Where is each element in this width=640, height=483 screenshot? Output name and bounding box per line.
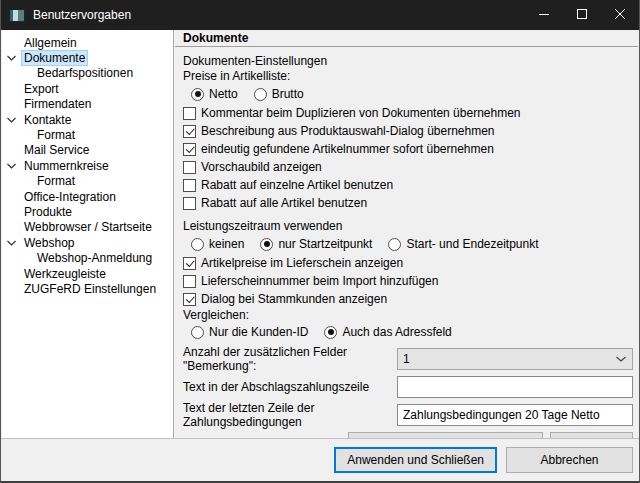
sidebar-item-label: ZUGFeRD Einstellungen [22, 282, 158, 296]
sidebar-item-label: Office-Integration [22, 190, 118, 204]
radio-icon [254, 88, 267, 101]
checkbox-artikelpreise-lieferschein[interactable]: Artikelpreise im Lieferschein anzeigen [183, 254, 633, 272]
checkbox-dialog-stammkunden[interactable]: Dialog bei Stammkunden anzeigen [183, 290, 633, 308]
sidebar-item-label: Dokumente [22, 51, 87, 65]
sidebar-item-nummernkreise[interactable]: Nummernkreise [2, 158, 173, 173]
radio-start-endezeitpunkt[interactable]: Start- und Endezeitpunkt [388, 237, 538, 251]
radio-icon [324, 326, 337, 339]
checkbox-eindeutige-artikelnummer[interactable]: eindeutig gefundene Artikelnummer sofort… [183, 140, 633, 158]
radio-label: nur Startzeitpunkt [278, 237, 372, 251]
sidebar-item-label: Kontakte [22, 113, 73, 127]
maximize-button[interactable] [563, 0, 601, 30]
sidebar-item-label: Webshop-Anmeldung [35, 251, 154, 265]
leistung-label: Leistungszeitraum verwenden [183, 219, 633, 234]
radio-nur-kunden-id[interactable]: Nur die Kunden-ID [191, 325, 308, 339]
minimize-icon [539, 8, 549, 22]
sidebar-item-bedarfspositionen[interactable]: Bedarfspositionen [2, 66, 173, 81]
sidebar-item-mail-service[interactable]: Mail Service [2, 143, 173, 158]
checkbox-icon [183, 107, 196, 120]
close-button[interactable] [601, 0, 639, 30]
checkbox-kommentar-duplizieren[interactable]: Kommentar beim Duplizieren von Dokumente… [183, 104, 633, 122]
sidebar-item-label: Werkzeugleiste [22, 267, 108, 281]
checkbox-beschreibung-produktauswahl[interactable]: Beschreibung aus Produktauswahl-Dialog ü… [183, 122, 633, 140]
radio-icon [388, 238, 401, 251]
bemerkung-select[interactable]: 1 [397, 348, 633, 370]
sidebar-item-werkzeugleiste[interactable]: Werkzeugleiste [2, 266, 173, 281]
radio-netto[interactable]: Netto [191, 87, 238, 101]
checkbox-vorschaubild[interactable]: Vorschaubild anzeigen [183, 158, 633, 176]
checkbox-rabatt-alle[interactable]: Rabatt auf alle Artikel benutzen [183, 194, 633, 212]
checkbox-label: Beschreibung aus Produktauswahl-Dialog ü… [201, 124, 495, 138]
chevron-down-icon[interactable] [7, 55, 16, 61]
checkbox-label: Rabatt auf einzelne Artikel benutzen [201, 178, 393, 192]
sidebar-item-kontakte-format[interactable]: Format [2, 127, 173, 142]
radio-label: keinen [209, 237, 244, 251]
checkbox-icon [183, 161, 196, 174]
leistung-radio-group: keinen nur Startzeitpunkt Start- und End… [183, 235, 633, 253]
sidebar-item-label: Webshop [22, 236, 76, 250]
checkbox-icon [183, 275, 196, 288]
app-icon [9, 9, 25, 22]
abschlag-row: Text in der Abschlagszahlungszeile [183, 376, 633, 398]
sidebar-item-label: Format [35, 128, 77, 142]
checkbox-icon [183, 125, 196, 138]
abschlag-label: Text in der Abschlagszahlungszeile [183, 380, 397, 394]
chevron-down-icon[interactable] [7, 163, 16, 169]
radio-nur-startzeitpunkt[interactable]: nur Startzeitpunkt [260, 237, 372, 251]
checkbox-icon [183, 179, 196, 192]
radio-keinen[interactable]: keinen [191, 237, 244, 251]
minimize-button[interactable] [525, 0, 563, 30]
radio-icon [191, 326, 204, 339]
sidebar-item-allgemein[interactable]: Allgemein [2, 35, 173, 50]
radio-label: Auch das Adressfeld [342, 325, 451, 339]
checkbox-icon [183, 197, 196, 210]
radio-auch-adressfeld[interactable]: Auch das Adressfeld [324, 325, 451, 339]
sidebar-item-export[interactable]: Export [2, 81, 173, 96]
sidebar-item-webshop[interactable]: Webshop [2, 235, 173, 250]
sidebar-item-kontakte[interactable]: Kontakte [2, 112, 173, 127]
sidebar-item-office-integration[interactable]: Office-Integration [2, 189, 173, 204]
radio-brutto[interactable]: Brutto [254, 87, 304, 101]
sidebar-item-webshop-anmeldung[interactable]: Webshop-Anmeldung [2, 250, 173, 265]
zahlung-input[interactable] [397, 404, 633, 426]
close-icon [615, 8, 625, 22]
checkbox-label: Rabatt auf alle Artikel benutzen [201, 196, 367, 210]
zahlung-label: Text der letzten Zeile der Zahlungsbedin… [183, 401, 397, 429]
checkbox-rabatt-einzelne[interactable]: Rabatt auf einzelne Artikel benutzen [183, 176, 633, 194]
section-label: Dokumenten-Einstellungen [183, 54, 633, 69]
checkbox-label: eindeutig gefundene Artikelnummer sofort… [201, 142, 494, 156]
sidebar-item-zugferd[interactable]: ZUGFeRD Einstellungen [2, 281, 173, 296]
sidebar-item-dokumente[interactable]: Dokumente [2, 50, 173, 65]
sidebar-item-produkte[interactable]: Produkte [2, 204, 173, 219]
checkbox-icon [183, 293, 196, 306]
sidebar-item-label: Nummernkreise [22, 159, 111, 173]
vergleichen-label: Vergleichen: [183, 308, 633, 323]
checkbox-icon [183, 257, 196, 270]
checkbox-lieferscheinnummer-import[interactable]: Lieferscheinnummer beim Import hinzufüge… [183, 272, 633, 290]
abschlag-input[interactable] [397, 376, 633, 398]
sidebar-item-webbrowser-startseite[interactable]: Webbrowser / Startseite [2, 220, 173, 235]
chevron-down-icon[interactable] [7, 240, 16, 246]
cancel-button[interactable]: Abbrechen [506, 447, 633, 473]
radio-label: Nur die Kunden-ID [209, 325, 308, 339]
apply-and-close-button[interactable]: Anwenden und Schließen [334, 447, 497, 473]
bemerkung-selected-value: 1 [398, 352, 616, 366]
sidebar-item-label: Export [22, 82, 61, 96]
footer: Anwenden und Schließen Abbrechen [1, 439, 639, 481]
vergleichen-radio-group: Nur die Kunden-ID Auch das Adressfeld [183, 323, 633, 341]
sidebar-item-firmendaten[interactable]: Firmendaten [2, 97, 173, 112]
radio-label: Start- und Endezeitpunkt [406, 237, 538, 251]
chevron-down-icon[interactable] [7, 117, 16, 123]
sidebar-item-label: Bedarfspositionen [35, 66, 135, 80]
sidebar-item-label: Allgemein [22, 36, 79, 50]
window-title: Benutzervorgaben [33, 8, 131, 22]
sidebar-item-label: Firmendaten [22, 97, 93, 111]
sidebar-item-nummernkreise-format[interactable]: Format [2, 174, 173, 189]
maximize-icon [577, 8, 587, 22]
sidebar-item-label: Webbrowser / Startseite [22, 220, 154, 234]
sidebar-item-label: Mail Service [22, 143, 91, 157]
radio-icon [191, 238, 204, 251]
checkbox-label: Kommentar beim Duplizieren von Dokumente… [201, 106, 521, 120]
zahlung-row: Text der letzten Zeile der Zahlungsbedin… [183, 401, 633, 429]
preise-radio-group: Netto Brutto [183, 85, 633, 103]
